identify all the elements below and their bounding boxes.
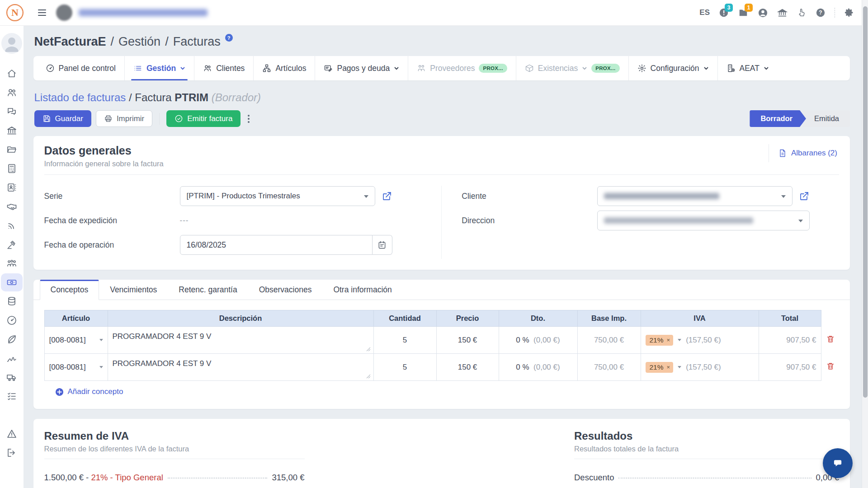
dto-cell[interactable]: 0 % (0,00 €) [499,354,577,381]
breadcrumb-app: NetFacturaE [34,35,106,49]
section-title: Datos generales [44,144,164,157]
status-step-borrador[interactable]: Borrador [750,110,806,127]
tab-retenc-garantia[interactable]: Retenc. garantía [168,280,248,300]
sidebar-item-invoicing[interactable] [1,273,23,291]
more-actions-button[interactable] [245,112,252,126]
print-button[interactable]: Imprimir [96,110,152,127]
page-scrollbar[interactable] [862,0,868,488]
users-icon [203,64,212,73]
settings-button[interactable] [844,8,854,18]
dashboard-icon [46,64,55,73]
precio-cell[interactable]: 150 € [436,354,499,381]
iva-dropdown-caret[interactable] [678,366,681,370]
sidebar-item-alerts[interactable] [1,425,23,443]
emit-invoice-button[interactable]: Emitir factura [166,110,241,127]
sidebar-item-team[interactable] [1,254,23,272]
tab-pagos-y-deuda[interactable]: Pagos y deuda [315,56,408,80]
menu-toggle-button[interactable] [38,8,46,18]
chevron-down-icon [703,66,709,71]
tab-vencimientos[interactable]: Vencimientos [99,280,168,300]
breadcrumb-section[interactable]: Gestión [118,35,160,49]
tab-conceptos[interactable]: Conceptos [40,280,99,300]
tab-gestion[interactable]: Gestión [124,56,194,80]
sidebar-item-signature[interactable] [1,349,23,367]
tab-clientes[interactable]: Clientes [194,56,253,80]
gear-icon [637,64,646,73]
cantidad-cell[interactable]: 5 [373,354,436,381]
iva-chip[interactable]: 21%× [646,362,674,373]
tab-otra-informacion[interactable]: Otra información [322,280,402,300]
prox-badge: PROX... [591,64,619,73]
direccion-select[interactable] [597,211,810,230]
iva-chip[interactable]: 21%× [646,335,674,346]
descripcion-textarea[interactable]: PROGRAMADOR 4 EST 9 V [113,358,369,376]
scrollbar-thumb[interactable] [863,6,868,398]
sidebar-item-bank[interactable] [1,122,23,140]
delete-row-button[interactable] [826,334,835,343]
account-button[interactable] [758,8,768,18]
user-avatar[interactable] [1,33,22,54]
remove-iva-icon[interactable]: × [667,337,670,343]
back-link[interactable]: Listado de facturas [34,91,126,103]
sidebar-item-auctions[interactable] [1,235,23,253]
sidebar-item-users[interactable] [1,84,23,102]
sidebar-item-calculator[interactable] [1,160,23,178]
list-icon [133,64,142,73]
sidebar-item-feeds[interactable] [1,216,23,235]
click-assist-button[interactable] [797,8,807,18]
albaranes-button[interactable]: Albaranes (2) [769,144,839,162]
alert-triangle-icon [6,428,17,439]
sidebar-item-documents[interactable] [1,141,23,159]
sidebar-item-tasks[interactable] [1,387,23,405]
cash-icon [6,277,17,288]
iva-dropdown-caret[interactable] [678,339,681,343]
chat-widget-button[interactable] [823,448,853,478]
sidebar-item-logout[interactable] [1,444,23,462]
sidebar-item-database[interactable] [1,292,23,310]
tab-configuracion[interactable]: Configuración [628,56,717,80]
tab-observaciones[interactable]: Observaciones [248,280,323,300]
tab-panel-de-control[interactable]: Panel de control [37,56,124,80]
bank-icon [777,8,788,18]
company-name-redacted [79,9,208,16]
tab-aeat[interactable]: AEAT [717,56,778,80]
sidebar-item-contacts[interactable] [1,178,23,197]
articulo-select[interactable]: [008-0081] [49,336,103,345]
sidebar-item-home[interactable] [1,65,23,83]
dto-cell[interactable]: 0 % (0,00 €) [499,327,577,354]
descripcion-textarea[interactable]: PROGRAMADOR 4 EST 9 V [113,331,369,349]
sidebar-item-agreements[interactable] [1,197,23,216]
sidebar-item-chat[interactable] [1,103,23,121]
documents-button[interactable]: 1 [738,8,749,18]
delete-row-button[interactable] [826,361,835,371]
serie-select[interactable]: [PTRIM] - Productos Trimestrales [180,186,375,206]
status-step-emitida[interactable]: Emitida [802,110,850,127]
sidebar-item-gauge[interactable] [1,311,23,329]
sidebar-item-eco[interactable] [1,330,23,348]
articulo-select[interactable]: [008-0081] [49,363,103,372]
chevron-down-icon [394,66,399,71]
language-selector[interactable]: ES [699,8,710,17]
open-cliente-button[interactable] [799,191,810,202]
help-button[interactable]: ? [816,8,826,18]
tab-existencias: Existencias PROX... [516,56,628,80]
fecha-operacion-input[interactable] [180,235,373,255]
open-serie-button[interactable] [382,191,392,202]
add-concept-button[interactable]: Añadir concepto [55,387,123,396]
tab-proveedores: Proveedores PROX... [408,56,516,80]
breadcrumb-help-badge[interactable]: ? [225,34,233,42]
cantidad-cell[interactable]: 5 [373,327,436,354]
iva-summary-title: Resumen de IVA [44,430,305,442]
alerts-button[interactable]: 3 [719,8,729,18]
calendar-button[interactable] [373,235,392,255]
signature-icon [6,353,17,364]
sidebar-item-logistics[interactable] [1,368,23,386]
tab-articulos[interactable]: Artículos [253,56,315,80]
result-row-descuento: Descuento 0,00 € [574,473,839,483]
save-button[interactable]: Guardar [34,110,91,127]
bank-button[interactable] [777,8,788,18]
remove-iva-icon[interactable]: × [667,364,670,371]
cliente-select[interactable] [597,186,793,206]
precio-cell[interactable]: 150 € [436,327,499,354]
external-link-icon [382,191,392,202]
